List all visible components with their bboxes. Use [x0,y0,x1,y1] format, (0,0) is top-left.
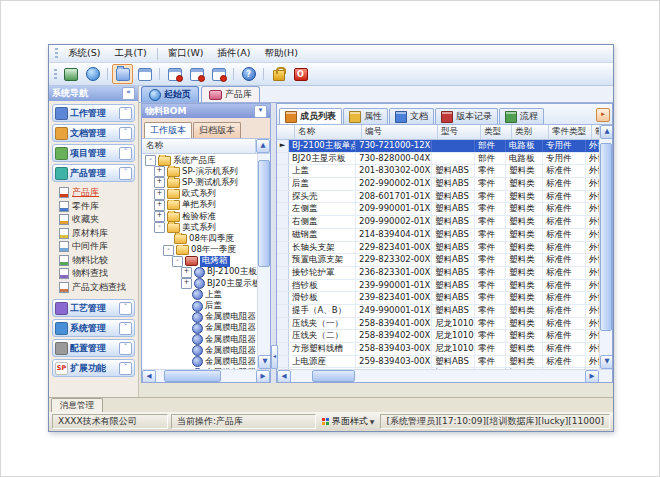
sidebar-group-config[interactable]: 配置管理˅ [52,339,135,357]
menu-grip[interactable] [55,48,58,59]
tree-node[interactable]: +检验标准 [142,211,257,222]
grid-vscroll-thumb[interactable] [600,143,612,331]
tree-node[interactable]: 上盖 [142,289,257,300]
tree-node[interactable]: 金属膜电阻器 [142,356,257,367]
tree-node[interactable]: +欧式系列 [142,189,257,200]
tree-node[interactable]: +SP-演示机系列 [142,166,257,177]
chevron-up-icon[interactable]: ˄ [119,167,132,180]
sidebar-item-product-library[interactable]: 产品库 [59,186,135,200]
splitter-collapse-button[interactable]: ◂ [271,345,278,369]
exit-button[interactable]: O [290,64,311,84]
column-header-6[interactable]: 零件类型 [549,125,592,139]
tab-documents[interactable]: 文档 [389,108,434,124]
chevron-down-icon[interactable]: ˅ [119,127,132,140]
chevron-down-icon[interactable]: ˅ [119,342,132,355]
collapse-icon[interactable]: - [163,245,174,256]
tree-vscroll-track[interactable] [258,154,270,355]
tree-node[interactable]: 金属膜电阻器 [142,334,257,345]
expand-icon[interactable]: + [154,177,165,188]
panel-pin-icon[interactable]: ▾ [254,105,267,118]
chevron-down-icon[interactable]: ˅ [119,302,132,315]
table-row[interactable]: 挡钞板239-990001-01X塑料ABS零件塑料类标准件外协条 [277,280,599,293]
window-list-button[interactable] [134,64,155,84]
chevron-down-icon[interactable]: ˅ [119,147,132,160]
scroll-down-icon[interactable]: ▼ [600,355,612,369]
table-row[interactable]: ►BJ-2100主板单点730-721000-12X部件电路板专用件外协颗 [277,140,599,153]
expand-icon[interactable]: + [181,278,192,289]
table-row[interactable]: BJ20主显示板730-828000-04X部件电路板专用件外协颗 [277,153,599,166]
collapse-icon[interactable]: - [145,155,156,166]
tree-node[interactable]: 08年四季度 [142,233,257,244]
sidebar-item-material-compare[interactable]: 物料比较 [59,254,135,268]
tree-node[interactable]: +单把系列 [142,200,257,211]
chevron-down-icon[interactable]: ˅ [119,362,132,375]
tree-horizontal-scrollbar[interactable]: ◀ ▶ [142,369,270,382]
scroll-left-icon[interactable]: ◀ [142,370,156,383]
tab-workflow[interactable]: 流程 [499,108,544,124]
column-header-3[interactable]: 型号 [438,125,481,139]
sidebar-group-document[interactable]: 文档管理˅ [52,124,135,142]
tree-vertical-scrollbar[interactable]: ▼ [257,154,270,369]
tree-node[interactable]: 后盖 [142,300,257,311]
grid-hscroll-track[interactable] [291,370,585,382]
chevron-down-icon[interactable]: ˅ [119,107,132,120]
scroll-right-icon[interactable]: ▶ [256,370,270,383]
sidebar-item-material-search[interactable]: 物料查找 [59,267,135,281]
table-row[interactable]: 左侧盖209-990001-01X塑料ABS零件塑料类标准件外协条 [277,203,599,216]
table-row[interactable]: 磁钢盖214-839404-01X塑料ABS零件塑料类标准件外协条 [277,229,599,242]
table-row[interactable]: 后盖202-990002-01X塑料ABS零件塑料类标准件外协条 [277,178,599,191]
table-row[interactable]: 上盖201-830302-00X塑料ABS零件塑料类标准件外协条 [277,165,599,178]
doc-tab-start-page[interactable]: 起始页 [141,86,199,102]
table-row[interactable]: 方形塑料线槽258-839403-00X尼龙1010零件塑料类标准件外协条 [277,343,599,356]
panel-splitter[interactable]: ◂ [271,103,276,383]
expand-icon[interactable]: + [154,166,165,177]
table-row[interactable]: 预置电源支架229-823302-00X塑料ABS零件塑料类标准件外协条 [277,254,599,267]
tree-node[interactable]: -08年一季度 [142,245,257,256]
table-row[interactable]: 上电源座259-839403-00X塑料ABS零件塑料类标准件外协条 [277,356,599,369]
menu-item-system[interactable]: 系统(S) [61,46,107,61]
sidebar-group-process[interactable]: 工艺管理˅ [52,299,135,317]
sidebar-group-product[interactable]: 产品管理˄ [52,164,135,182]
sidebar-group-extension[interactable]: SP扩展功能˅ [52,359,135,377]
doc-tab-product-library[interactable]: 产品库 [201,86,260,102]
tab-scroll-right-icon[interactable]: ▸ [596,108,610,122]
sidebar-group-work[interactable]: 工作管理˅ [52,104,135,122]
tab-working-version[interactable]: 工作版本 [144,122,192,138]
tab-version-history[interactable]: 版本记录 [435,108,498,124]
tree-node[interactable]: -系统产品库 [142,155,257,166]
tree-node[interactable]: +BJ20主显示板 [142,278,257,289]
table-row[interactable]: 探头壳208-601701-01X塑料ABS零件塑料类标准件外协条 [277,191,599,204]
column-header-5[interactable]: 类别 [512,125,549,139]
lock-button[interactable] [268,64,289,84]
tab-archived-version[interactable]: 归档版本 [193,122,241,138]
table-row[interactable]: 压线夹（二）258-839402-00X尼龙1010零件塑料类标准件外协条 [277,330,599,343]
tree-node[interactable]: 金属膜电阻器 [142,323,257,334]
close-window-button[interactable] [164,64,185,84]
tree-hscroll-track[interactable] [156,370,256,382]
table-row[interactable]: 提手（A、B）249-990001-01X塑料ABS零件塑料类标准件外协条 [277,305,599,318]
sidebar-item-part-library[interactable]: 零件库 [59,200,135,214]
tab-properties[interactable]: 属性 [343,108,388,124]
sidebar-item-raw-material-library[interactable]: 原材料库 [59,227,135,241]
scroll-right-icon[interactable]: ▶ [585,370,599,383]
scroll-up-icon[interactable]: ▲ [600,125,612,139]
column-header-4[interactable]: 类型 [481,125,512,139]
sidebar-group-system-mgmt[interactable]: 系统管理˅ [52,319,135,337]
menu-item-help[interactable]: 帮助(H) [257,46,305,61]
collapse-icon[interactable]: - [154,222,165,233]
expand-icon[interactable]: + [181,267,192,278]
tree-node[interactable]: -美式系列 [142,222,257,233]
column-header-1[interactable]: 名称 [295,125,362,139]
tree-node[interactable]: -电烤箱 [142,256,257,267]
help-button[interactable]: ? [238,64,259,84]
scroll-left-icon[interactable]: ◀ [277,370,291,383]
grid-hscroll-thumb[interactable] [312,370,355,382]
close-all-windows-button[interactable] [186,64,207,84]
grid-vscroll-track[interactable] [600,139,612,355]
table-row[interactable]: 接钞轮护罩236-823301-00X塑料ABS零件塑料类标准件外协条 [277,267,599,280]
grid-vertical-scrollbar[interactable]: ▲ ▼ [599,125,612,369]
tab-message-management[interactable]: 消息管理 [51,398,103,412]
tree-node[interactable]: +BJ-2100主板单点 [142,267,257,278]
expand-icon[interactable]: + [154,200,165,211]
globe-button[interactable] [82,64,103,84]
